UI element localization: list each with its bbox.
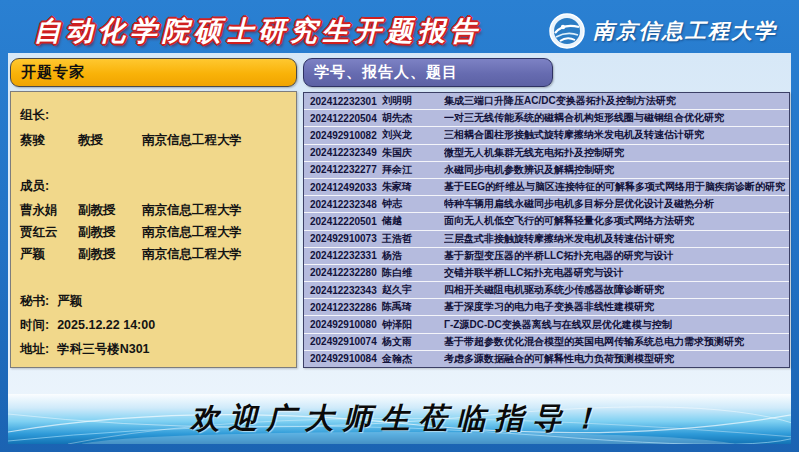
university-brand: 南京信息工程大学: [549, 13, 777, 49]
roster-row: 202492910073王浩哲三层盘式非接触旋转摩擦纳米发电机及转速估计研究: [304, 230, 789, 247]
thesis-title: 基于EEG的纤维丛与脑区连接特征的可解释多项式网络用于脑疾病诊断的研究: [444, 180, 789, 194]
thesis-title: 交错并联半桥LLC拓扑充电器研究与设计: [444, 266, 789, 280]
location-row: 地址: 学科三号楼N301: [20, 337, 287, 361]
student-id: 202412232349: [304, 147, 382, 158]
thesis-title: 四相开关磁阻电机驱动系统少传感器故障诊断研究: [444, 283, 789, 297]
roster-row: 202412232348钟志特种车辆用扁线永磁同步电机多目标分层优化设计及磁热分…: [304, 195, 789, 212]
student-id: 202492910080: [304, 319, 382, 330]
thesis-title: 基于带超参数优化混合模型的英国电网传输系统总电力需求预测研究: [444, 335, 789, 349]
thesis-title: 特种车辆用扁线永磁同步电机多目标分层优化设计及磁热分析: [444, 197, 789, 211]
roster-row: 202412232331杨浩基于新型变压器的半桥LLC拓扑充电器的研究与设计: [304, 247, 789, 264]
leader-rank: 教授: [78, 129, 142, 151]
student-id: 202492910073: [304, 233, 382, 244]
thesis-title: 一对三无线传能系统的磁耦合机构矩形线圈与磁钢组合优化研究: [444, 111, 789, 125]
page-title: 自动化学院硕士研究生开题报告: [34, 13, 482, 49]
roster-panel-title: 学号、报告人、题目: [314, 63, 458, 82]
student-name: 刘兴龙: [382, 128, 444, 142]
member-rank: 副教授: [78, 243, 142, 265]
thesis-title: 三相耦合圆柱形接触式旋转摩擦纳米发电机及转速估计研究: [444, 128, 789, 142]
student-name: 陈禹琦: [382, 300, 444, 314]
roster-row: 202412220501储越面向无人机低空飞行的可解释轻量化多项式网络方法研究: [304, 212, 789, 229]
roster-row: 202492910080钟泽阳Γ-Z源DC-DC变换器离线与在线双层优化建模与控…: [304, 315, 789, 332]
experts-panel-header: 开题专家: [10, 58, 297, 87]
member-row: 曹永娟副教授南京信息工程大学: [20, 199, 287, 221]
secretary-row: 秘书: 严颖: [20, 289, 287, 313]
student-id: 202412232331: [304, 250, 382, 261]
location-value: 学科三号楼N301: [57, 337, 149, 361]
student-id: 202412492033: [304, 182, 382, 193]
roster-row: 202412232301刘明明集成三端口升降压AC/DC变换器拓扑及控制方法研究: [304, 93, 789, 109]
thesis-title: 集成三端口升降压AC/DC变换器拓扑及控制方法研究: [444, 94, 789, 108]
student-name: 刘明明: [382, 94, 444, 108]
experts-panel-title: 开题专家: [21, 63, 85, 82]
student-name: 王浩哲: [382, 232, 444, 246]
student-id: 202412232277: [304, 164, 382, 175]
thesis-title: 三层盘式非接触旋转摩擦纳米发电机及转速估计研究: [444, 232, 789, 246]
roster-panel-header: 学号、报告人、题目: [303, 58, 553, 87]
student-id: 202412220504: [304, 113, 382, 124]
secretary-name: 严颖: [57, 289, 82, 313]
student-name: 陈白维: [382, 266, 444, 280]
student-name: 金翰杰: [382, 352, 444, 366]
location-label: 地址:: [20, 337, 49, 361]
student-id: 202412220501: [304, 216, 382, 227]
member-rank: 副教授: [78, 221, 142, 243]
student-name: 赵久宇: [382, 283, 444, 297]
student-name: 胡先杰: [382, 111, 444, 125]
leader-name: 蔡骏: [20, 129, 78, 151]
student-name: 钟泽阳: [382, 318, 444, 332]
thesis-title: Γ-Z源DC-DC变换器离线与在线双层优化建模与控制: [444, 318, 789, 332]
leader-row: 蔡骏 教授 南京信息工程大学: [20, 129, 287, 151]
student-id: 202412232286: [304, 302, 382, 313]
roster-row: 202412220504胡先杰一对三无线传能系统的磁耦合机构矩形线圈与磁钢组合优…: [304, 109, 789, 126]
student-id: 202492910084: [304, 353, 382, 364]
member-affiliation: 南京信息工程大学: [142, 221, 242, 243]
student-name: 拜余江: [382, 163, 444, 177]
student-name: 钟志: [382, 197, 444, 211]
member-row: 贾红云副教授南京信息工程大学: [20, 221, 287, 243]
thesis-title: 永磁同步电机参数辨识及解耦控制研究: [444, 163, 789, 177]
student-id: 202492910082: [304, 130, 382, 141]
roster-row: 202412492033朱家琦基于EEG的纤维丛与脑区连接特征的可解释多项式网络…: [304, 178, 789, 195]
student-id: 202492910074: [304, 336, 382, 347]
student-name: 杨文雨: [382, 335, 444, 349]
roster-row: 202492910082刘兴龙三相耦合圆柱形接触式旋转摩擦纳米发电机及转速估计研…: [304, 126, 789, 143]
student-name: 杨浩: [382, 249, 444, 263]
roster-row: 202412232349朱国庆微型无人机集群无线充电拓扑及控制研究: [304, 144, 789, 161]
member-affiliation: 南京信息工程大学: [142, 199, 242, 221]
time-row: 时间: 2025.12.22 14:00: [20, 313, 287, 337]
member-affiliation: 南京信息工程大学: [142, 243, 242, 265]
members-label: 成员:: [20, 177, 287, 195]
roster-row: 202412232277拜余江永磁同步电机参数辨识及解耦控制研究: [304, 161, 789, 178]
time-value: 2025.12.22 14:00: [57, 313, 155, 337]
time-label: 时间:: [20, 313, 49, 337]
member-name: 贾红云: [20, 221, 78, 243]
members-list: 曹永娟副教授南京信息工程大学贾红云副教授南京信息工程大学严颖副教授南京信息工程大…: [20, 199, 287, 265]
roster-row: 202412232286陈禹琦基于深度学习的电力电子变换器非线性建模研究: [304, 298, 789, 315]
leader-label: 组长:: [20, 106, 287, 124]
main-area: 开题专家 组长: 蔡骏 教授 南京信息工程大学 成员: 曹永娟副教授南京信息工程…: [8, 53, 791, 444]
student-id: 202412232348: [304, 199, 382, 210]
member-name: 严颖: [20, 243, 78, 265]
student-id: 202412232280: [304, 267, 382, 278]
experts-panel-body: 组长: 蔡骏 教授 南京信息工程大学 成员: 曹永娟副教授南京信息工程大学贾红云…: [10, 91, 297, 368]
student-id: 202412232343: [304, 285, 382, 296]
thesis-title: 面向无人机低空飞行的可解释轻量化多项式网络方法研究: [444, 214, 789, 228]
member-name: 曹永娟: [20, 199, 78, 221]
roster-row: 202412232343赵久宇四相开关磁阻电机驱动系统少传感器故障诊断研究: [304, 281, 789, 298]
roster-table: 202412232301刘明明集成三端口升降压AC/DC变换器拓扑及控制方法研究…: [303, 92, 790, 368]
member-row: 严颖副教授南京信息工程大学: [20, 243, 287, 265]
student-name: 朱家琦: [382, 180, 444, 194]
thesis-title: 考虑多源数据融合的可解释性电力负荷预测模型研究: [444, 352, 789, 366]
secretary-label: 秘书:: [20, 289, 49, 313]
thesis-title: 基于深度学习的电力电子变换器非线性建模研究: [444, 300, 789, 314]
roster-row: 202492910074杨文雨基于带超参数优化混合模型的英国电网传输系统总电力需…: [304, 333, 789, 350]
roster-row: 202492910084金翰杰考虑多源数据融合的可解释性电力负荷预测模型研究: [304, 350, 789, 367]
roster-row: 202412232280陈白维交错并联半桥LLC拓扑充电器研究与设计: [304, 264, 789, 281]
footer-banner: 欢迎广大师生莅临指导！: [8, 394, 791, 444]
student-id: 202412232301: [304, 96, 382, 107]
student-name: 朱国庆: [382, 146, 444, 160]
slide-frame: 自动化学院硕士研究生开题报告 南京信息工程大学 开题专家 组长: 蔡骏 教授 南…: [0, 0, 799, 452]
leader-affiliation: 南京信息工程大学: [142, 129, 242, 151]
student-name: 储越: [382, 214, 444, 228]
